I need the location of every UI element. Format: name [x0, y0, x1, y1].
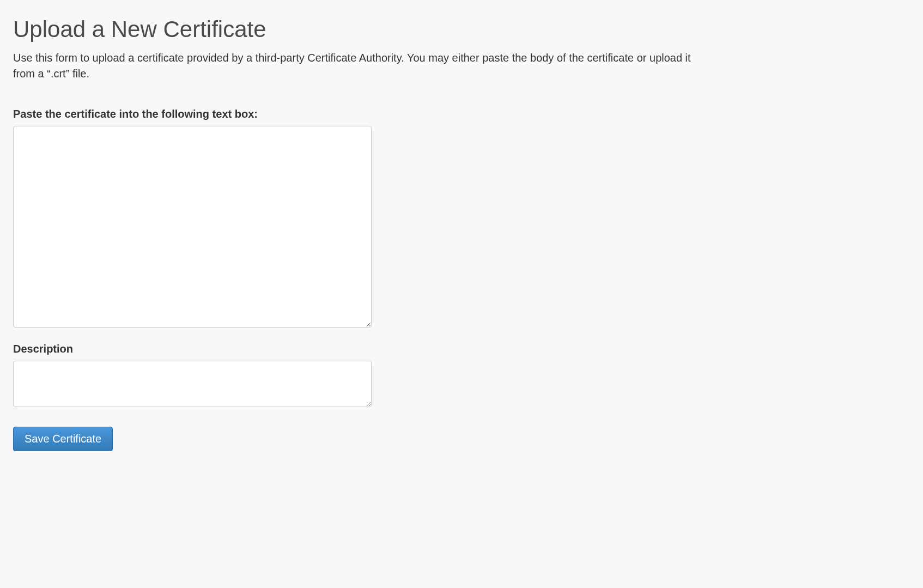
description-label: Description	[13, 343, 910, 355]
description-field-group: Description	[13, 343, 910, 409]
certificate-field-group: Paste the certificate into the following…	[13, 108, 910, 330]
page-title: Upload a New Certificate	[13, 16, 910, 43]
description-textarea[interactable]	[13, 361, 372, 407]
certificate-label: Paste the certificate into the following…	[13, 108, 910, 120]
save-certificate-button[interactable]: Save Certificate	[13, 427, 113, 451]
page-description: Use this form to upload a certificate pr…	[13, 50, 711, 82]
certificate-textarea[interactable]	[13, 126, 372, 328]
